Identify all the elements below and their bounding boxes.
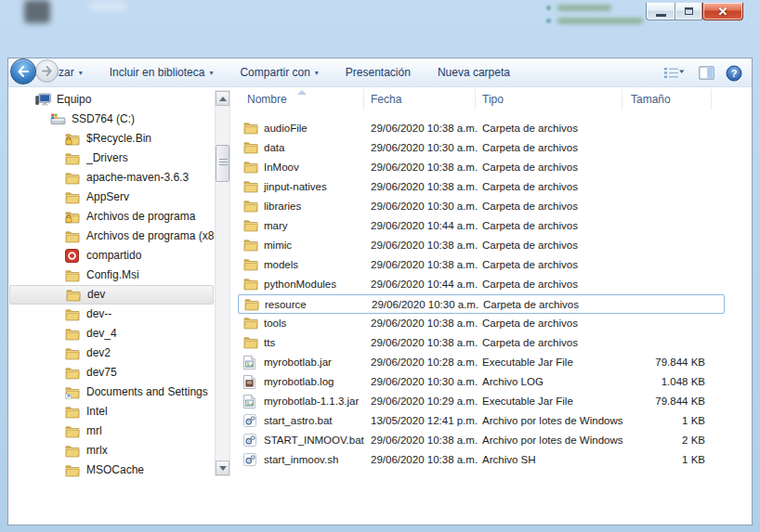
sidebar-item-mrl[interactable]: mrl xyxy=(9,422,214,441)
main-area: EquipoSSD764 (C:)$Recycle.Bin_Driversapa… xyxy=(8,88,752,477)
sidebar-item-label: mrl xyxy=(86,422,102,441)
scroll-down-button[interactable] xyxy=(216,461,229,475)
column-divider[interactable] xyxy=(622,89,622,110)
column-header-nombre[interactable]: Nombre xyxy=(247,88,287,110)
sidebar-item-apache-maven-3-6-3[interactable]: apache-maven-3.6.3 xyxy=(9,168,214,188)
close-button[interactable]: ✕ xyxy=(702,3,743,20)
sidebar-item-mrlx[interactable]: mrlx xyxy=(9,441,214,461)
triangle-down-icon xyxy=(219,466,227,471)
file-date: 29/06/2020 10:29 a.m. xyxy=(371,392,478,411)
scrollbar-thumb[interactable] xyxy=(216,145,229,182)
file-date: 13/05/2020 12:41 p.m. xyxy=(371,411,478,431)
file-type: Executable Jar File xyxy=(482,353,573,372)
file-row[interactable]: myrobotlab.log29/06/2020 10:30 a.m.Archi… xyxy=(238,372,725,392)
file-type: Carpeta de archivos xyxy=(482,177,578,197)
file-row[interactable]: data29/06/2020 10:30 a.m.Carpeta de arch… xyxy=(238,138,725,158)
toolbar-item-label: Incluir en biblioteca xyxy=(110,66,205,79)
preview-pane-button[interactable] xyxy=(699,66,714,80)
file-size xyxy=(583,275,705,294)
file-row[interactable]: models29/06/2020 10:38 a.m.Carpeta de ar… xyxy=(238,255,725,275)
sort-ascending-icon xyxy=(297,90,307,95)
sidebar-item-msocache[interactable]: MSOCache xyxy=(9,461,214,477)
file-size: 79.844 KB xyxy=(583,392,705,411)
forward-button[interactable] xyxy=(35,59,59,83)
restore-button[interactable] xyxy=(675,3,702,20)
sidebar-item-compartido[interactable]: compartido xyxy=(9,246,214,266)
minimize-button[interactable] xyxy=(646,3,675,20)
sidebar-item-documents-and-settings[interactable]: Documents and Settings xyxy=(9,383,214,402)
file-row[interactable]: tts29/06/2020 10:38 a.m.Carpeta de archi… xyxy=(238,333,725,353)
sidebar-item-archivos-de-programa[interactable]: Archivos de programa xyxy=(9,207,214,227)
scroll-up-button[interactable] xyxy=(216,91,229,106)
file-type: Carpeta de archivos xyxy=(482,197,578,216)
views-button[interactable] xyxy=(663,67,688,79)
file-row[interactable]: start_astro.bat13/05/2020 12:41 p.m.Arch… xyxy=(238,411,725,431)
file-row[interactable]: mary29/06/2020 10:44 a.m.Carpeta de arch… xyxy=(238,216,725,236)
toolbar-item-compartir-con[interactable]: Compartir con▾ xyxy=(230,62,327,83)
file-date: 29/06/2020 10:44 a.m. xyxy=(371,275,478,294)
file-row[interactable]: libraries29/06/2020 10:30 a.m.Carpeta de… xyxy=(238,197,725,216)
file-row[interactable]: resource29/06/2020 10:30 a.m.Carpeta de … xyxy=(238,294,725,314)
file-date: 29/06/2020 10:38 a.m. xyxy=(371,314,478,333)
toolbar-item-nueva-carpeta[interactable]: Nueva carpeta xyxy=(428,62,519,83)
toolbar-item-label: Presentación xyxy=(346,66,411,79)
file-row[interactable]: START_INMOOV.bat29/06/2020 10:38 a.m.Arc… xyxy=(238,431,725,450)
help-button[interactable]: ? xyxy=(726,65,742,82)
folder-icon xyxy=(65,190,81,205)
file-row[interactable]: tools29/06/2020 10:38 a.m.Carpeta de arc… xyxy=(238,314,725,333)
sidebar-item-archivos-de-programa-x86-[interactable]: Archivos de programa (x86) xyxy=(9,227,214,246)
column-header-tamano[interactable]: Tamaño xyxy=(631,88,671,110)
column-header-fecha[interactable]: Fecha xyxy=(371,88,401,110)
title-bar: ✕ xyxy=(0,0,760,28)
sidebar-item-intel[interactable]: Intel xyxy=(9,402,214,422)
file-type: Carpeta de archivos xyxy=(482,236,578,255)
file-row[interactable]: myrobotlab.jar29/06/2020 10:28 a.m.Execu… xyxy=(238,353,725,372)
file-row[interactable]: pythonModules29/06/2020 10:44 a.m.Carpet… xyxy=(238,275,725,294)
toolbar-item-label: Compartir con xyxy=(240,66,309,79)
minimize-icon xyxy=(656,14,666,17)
svg-text:?: ? xyxy=(731,68,738,79)
file-size xyxy=(583,236,705,255)
file-row[interactable]: InMoov29/06/2020 10:38 a.m.Carpeta de ar… xyxy=(238,158,725,177)
file-name: mary xyxy=(264,216,288,236)
sidebar-item-ssd764-c-[interactable]: SSD764 (C:) xyxy=(9,110,214,129)
sidebar-item--drivers[interactable]: _Drivers xyxy=(9,149,214,168)
sidebar-item-label: Archivos de programa xyxy=(86,207,195,227)
sidebar-scrollbar[interactable] xyxy=(215,90,230,476)
file-row[interactable]: mimic29/06/2020 10:38 a.m.Carpeta de arc… xyxy=(238,236,725,255)
column-divider[interactable] xyxy=(711,89,712,110)
file-name: myrobotlab.jar xyxy=(264,353,332,372)
file-size xyxy=(583,158,705,177)
file-row[interactable]: audioFile29/06/2020 10:38 a.m.Carpeta de… xyxy=(238,119,725,138)
sidebar-item-dev-4[interactable]: dev_4 xyxy=(9,324,214,344)
file-row[interactable]: jinput-natives29/06/2020 10:38 a.m.Carpe… xyxy=(238,177,725,197)
toolbar-item-presentación[interactable]: Presentación xyxy=(336,62,420,83)
column-divider[interactable] xyxy=(363,89,364,110)
file-date: 29/06/2020 10:30 a.m. xyxy=(372,295,478,315)
sidebar-item-appserv[interactable]: AppServ xyxy=(9,188,214,207)
column-divider[interactable] xyxy=(475,89,476,110)
toolbar-item-incluir-en-biblioteca[interactable]: Incluir en biblioteca▾ xyxy=(100,62,223,83)
folder-icon xyxy=(243,336,259,351)
sidebar-item-dev[interactable]: dev xyxy=(9,285,214,305)
folder-icon xyxy=(243,161,259,175)
file-row[interactable]: start_inmoov.sh29/06/2020 10:38 a.m.Arch… xyxy=(238,450,725,470)
folder-icon xyxy=(65,366,81,381)
sidebar-item--recycle-bin[interactable]: $Recycle.Bin xyxy=(9,129,214,149)
file-type: Carpeta de archivos xyxy=(482,216,578,236)
sidebar-item-dev75[interactable]: dev75 xyxy=(9,363,214,383)
folder-icon xyxy=(244,298,260,313)
column-header-row: Nombre Fecha Tipo Tamaño xyxy=(230,88,752,110)
sidebar-item-equipo[interactable]: Equipo xyxy=(9,90,214,110)
file-type: Carpeta de archivos xyxy=(482,333,578,353)
close-icon: ✕ xyxy=(718,5,728,19)
sidebar-item-dev2[interactable]: dev2 xyxy=(9,344,214,363)
sidebar-item-config-msi[interactable]: Config.Msi xyxy=(9,266,214,285)
sidebar-item-dev-[interactable]: dev-- xyxy=(9,305,214,324)
file-row[interactable]: myrobotlab-1.1.3.jar29/06/2020 10:29 a.m… xyxy=(238,392,725,411)
background-artifact xyxy=(89,2,126,11)
column-header-tipo[interactable]: Tipo xyxy=(482,88,504,110)
chevron-down-icon: ▾ xyxy=(209,69,213,77)
back-button[interactable] xyxy=(10,58,36,84)
file-date: 29/06/2020 10:38 a.m. xyxy=(371,119,478,138)
